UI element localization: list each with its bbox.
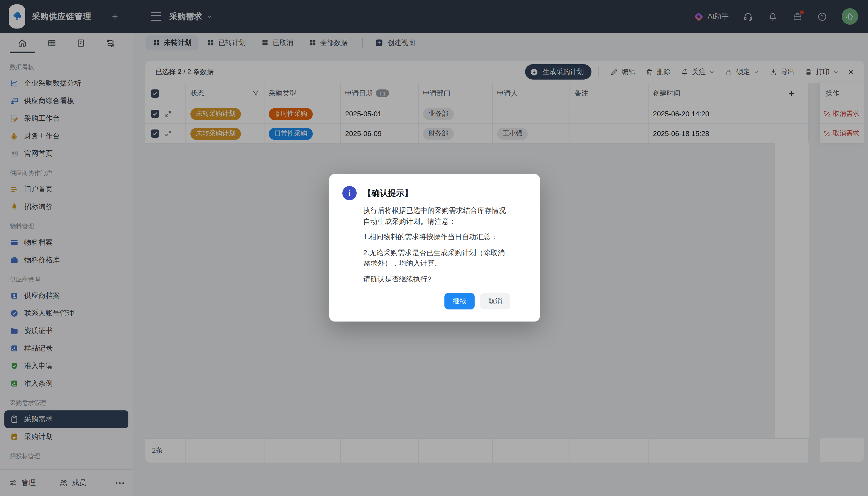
confirm-button[interactable]: 继续: [445, 293, 475, 309]
info-icon: i: [342, 186, 357, 200]
dialog-text: 2.无论采购需求是否已生成采购计划（除取消需求外），均纳入计算。: [363, 247, 510, 268]
app-root: 采购供应链管理 + 采购需求 AI助手: [0, 0, 868, 496]
confirm-dialog: i 【确认提示】 执行后将根据已选中的采购需求结合库存情况自动生成采购计划。请注…: [329, 174, 540, 322]
dialog-title: 【确认提示】: [363, 188, 413, 198]
dialog-text: 请确认是否继续执行?: [363, 274, 510, 284]
cancel-button[interactable]: 取消: [480, 293, 510, 309]
dialog-text: 执行后将根据已选中的采购需求结合库存情况自动生成采购计划。请注意：: [363, 205, 510, 227]
dialog-text: 1.相同物料的需求将按操作当日自动汇总；: [363, 232, 510, 242]
